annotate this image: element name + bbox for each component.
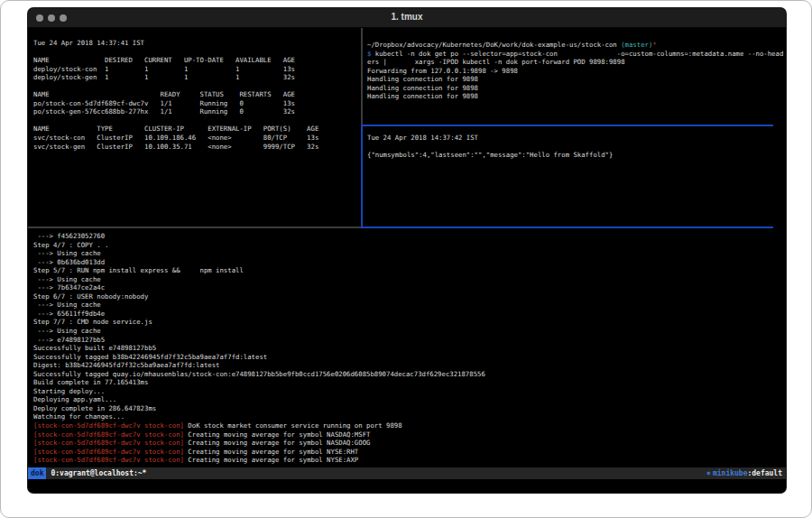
terminal-line: Deploy complete in 286.647823ms xyxy=(33,404,782,413)
terminal-text-segment: [stock-con-5d7df689cf-dwc7v stock-con] xyxy=(33,439,184,447)
terminal-text-segment: [stock-con-5d7df689cf-dwc7v stock-con] xyxy=(33,430,184,439)
pane-skaffold-build-log[interactable]: ---> f45623052760Step 4/7 : COPY . . ---… xyxy=(33,230,782,467)
terminal-text-segment: Creating moving average for symbol NYSE:… xyxy=(184,448,358,456)
terminal-text-segment: ---> Using cache xyxy=(33,275,101,283)
terminal-text-segment: [stock-con-5d7df689cf-dwc7v stock-con] xyxy=(33,456,184,464)
terminal-line: ---> Using cache xyxy=(33,249,782,258)
kube-namespace-label: :default xyxy=(747,469,782,477)
terminal-text-segment: Build complete in 77.165413ms xyxy=(33,378,148,386)
terminal-text-segment: Creating moving average for symbol NYSE:… xyxy=(184,456,358,464)
terminal-line: NAME DESIRED CURRENT UP-TO-DATE AVAILABL… xyxy=(33,56,358,65)
pane-service-response[interactable]: Tue 24 Apr 2018 14:37:42 IST {"numsymbol… xyxy=(367,128,784,225)
pane-border-main-split-active[interactable] xyxy=(361,227,773,228)
terminal-line: ---> Using cache xyxy=(33,327,782,336)
terminal-line: Tue 24 Apr 2018 14:37:42 IST xyxy=(367,134,784,143)
terminal-line: ---> 0b636bd013dd xyxy=(33,258,782,267)
terminal-line: deploy/stock-con 1 1 1 1 13s xyxy=(33,65,358,74)
terminal-text-segment: Handling connection for 9898 xyxy=(367,84,478,92)
terminal-line: ---> 65611ff9db4e xyxy=(33,310,782,319)
terminal-text-segment: deploy/stock-gen 1 1 1 1 32s xyxy=(33,73,295,81)
terminal-text-segment: po/stock-con-5d7df689cf-dwc7v 1/1 Runnin… xyxy=(33,99,295,107)
terminal-line: [stock-con-5d7df689cf-dwc7v stock-con] C… xyxy=(33,439,782,448)
terminal-line xyxy=(33,116,358,125)
terminal-line: Successfully built e74898127bb5 xyxy=(33,344,782,353)
terminal-line: ---> f45623052760 xyxy=(33,232,782,241)
terminal-line: po/stock-gen-576cc688bb-277hx 1/1 Runnin… xyxy=(33,107,358,116)
terminal-text-segment: Step 5/7 : RUN npm install express && np… xyxy=(33,266,244,274)
terminal-line: ~/Dropbox/advocacy/Kubernetes/DoK/work/d… xyxy=(367,41,784,50)
terminal-line: Successfully tagged quay.io/mhausenblas/… xyxy=(33,370,782,379)
terminal-text-segment: Creating moving average for symbol NASDA… xyxy=(184,430,370,439)
terminal-text-segment: NAME READY STATUS RESTARTS AGE xyxy=(33,90,295,98)
pane-border-vertical-active[interactable] xyxy=(361,125,363,228)
terminal-line: [stock-con-5d7df689cf-dwc7v stock-con] C… xyxy=(33,448,782,457)
terminal-text-segment: Tue 24 Apr 2018 14:37:42 IST xyxy=(367,134,478,142)
terminal-text-segment: ---> 7b6347ce2a4c xyxy=(33,283,105,291)
terminal-line: deploy/stock-gen 1 1 1 1 32s xyxy=(33,73,358,82)
window-title: 1. tmux xyxy=(28,12,786,22)
screenshot-frame: 1. tmux Tue 24 Apr 2018 14:37:41 IST NAM… xyxy=(0,0,812,518)
terminal-line xyxy=(33,48,358,57)
terminal-line: Step 4/7 : COPY . . xyxy=(33,241,782,250)
terminal-text-segment: ---> 65611ff9db4e xyxy=(33,310,105,318)
terminal-line: Starting deploy... xyxy=(33,387,782,396)
pane-border-right-split-active[interactable] xyxy=(361,125,773,126)
terminal-line: Step 5/7 : RUN npm install express && np… xyxy=(33,266,782,275)
terminal-line: Successfully tagged b38b42246945fd7f32c5… xyxy=(33,353,782,362)
terminal-text-segment: ---> f45623052760 xyxy=(33,232,105,240)
terminal-text-segment: DoK stock market consumer service runnin… xyxy=(184,421,402,430)
terminal-text-segment: Successfully built e74898127bb5 xyxy=(33,344,156,352)
terminal-text-segment: Forwarding from 127.0.0.1:9898 -> 9898 xyxy=(367,67,518,75)
terminal-text-segment: {"numsymbols":4,"lastseen":"","message":… xyxy=(367,151,613,159)
terminal-text-segment: ---> Using cache xyxy=(33,249,101,257)
terminal-text-segment: ers | xargs -IPOD kubectl -n dok port-fo… xyxy=(367,58,625,66)
terminal-text-segment: Tue 24 Apr 2018 14:37:41 IST xyxy=(33,39,144,47)
terminal-text-segment: Step 4/7 : COPY . . xyxy=(33,241,108,249)
terminal-line: ---> Using cache xyxy=(33,275,782,284)
terminal-text-segment: Successfully tagged quay.io/mhausenblas/… xyxy=(33,370,485,378)
terminal-line: [stock-con-5d7df689cf-dwc7v stock-con] C… xyxy=(33,456,782,465)
terminal-text-segment: ---> Using cache xyxy=(33,327,101,335)
terminal-line: [stock-con-5d7df689cf-dwc7v stock-con] D… xyxy=(33,421,782,430)
pane-kubectl-overview[interactable]: Tue 24 Apr 2018 14:37:41 IST NAME DESIRE… xyxy=(33,32,358,225)
terminal-text-segment: Successfully tagged b38b42246945fd7f32c5… xyxy=(33,353,267,361)
terminal-text-segment: Handling connection for 9898 xyxy=(367,75,478,83)
terminal-line: Tue 24 Apr 2018 14:37:41 IST xyxy=(33,39,358,48)
pane-border-vertical-inactive[interactable] xyxy=(361,28,363,125)
terminal-line: [stock-con-5d7df689cf-dwc7v stock-con] C… xyxy=(33,430,782,439)
terminal-line: ---> e74898127bb5 xyxy=(33,336,782,345)
terminal-text-segment: * xyxy=(652,41,656,49)
terminal-line: Step 6/7 : USER nobody:nobody xyxy=(33,292,782,301)
terminal-text-segment: Step 7/7 : CMD node service.js xyxy=(33,318,152,326)
tmux-window-label[interactable]: 0:vagrant@localhost:~* xyxy=(51,469,146,477)
kube-context-label: minikube xyxy=(713,469,748,477)
pane-port-forward[interactable]: ~/Dropbox/advocacy/Kubernetes/DoK/work/d… xyxy=(367,35,784,125)
terminal-text-segment: deploy/stock-con 1 1 1 1 13s xyxy=(33,65,295,73)
terminal-text-segment: NAME DESIRED CURRENT UP-TO-DATE AVAILABL… xyxy=(33,56,295,64)
terminal-text-segment: svc/stock-con ClusterIP 10.109.186.46 <n… xyxy=(33,134,318,142)
terminal-line: Handling connection for 9898 xyxy=(367,92,784,101)
terminal-text-segment: ~/Dropbox/advocacy/Kubernetes/DoK/work/d… xyxy=(367,41,621,49)
terminal-text-segment: po/stock-gen-576cc688bb-277hx 1/1 Runnin… xyxy=(33,107,295,116)
terminal-line: Digest: b38b42246945fd7f32c5ba9aea7af7fd… xyxy=(33,361,782,370)
terminal-line: $ kubectl -n dok get po --selector=app=s… xyxy=(367,50,784,59)
terminal-text-segment: kubectl -n dok get po --selector=app=sto… xyxy=(375,50,784,58)
terminal-text-segment: svc/stock-gen ClusterIP 10.100.35.71 <no… xyxy=(33,143,318,151)
terminal-text-segment: Handling connection for 9898 xyxy=(367,92,478,100)
terminal-text-segment: Step 6/7 : USER nobody:nobody xyxy=(33,292,148,301)
terminal-text-segment: Deploying app.yaml... xyxy=(33,395,116,403)
terminal-line: ers | xargs -IPOD kubectl -n dok port-fo… xyxy=(367,58,784,67)
terminal-line: Handling connection for 9898 xyxy=(367,84,784,93)
terminal-line: Build complete in 77.165413ms xyxy=(33,378,782,387)
terminal-line: NAME TYPE CLUSTER-IP EXTERNAL-IP PORT(S)… xyxy=(33,125,358,134)
terminal-line: Forwarding from 127.0.0.1:9898 -> 9898 xyxy=(367,67,784,76)
terminal-line xyxy=(33,82,358,91)
terminal-text-segment: ---> e74898127bb5 xyxy=(33,336,105,344)
terminal-line: po/stock-con-5d7df689cf-dwc7v 1/1 Runnin… xyxy=(33,99,358,108)
terminal-line: svc/stock-con ClusterIP 10.109.186.46 <n… xyxy=(33,134,358,143)
pane-border-main-split-inactive[interactable] xyxy=(28,227,361,228)
terminal-text-segment: Creating moving average for symbol NASDA… xyxy=(184,439,370,447)
terminal-line xyxy=(367,143,784,152)
tmux-session-name[interactable]: dok xyxy=(28,467,46,479)
tmux-status-right: ⎈ minikube :default xyxy=(706,469,782,477)
